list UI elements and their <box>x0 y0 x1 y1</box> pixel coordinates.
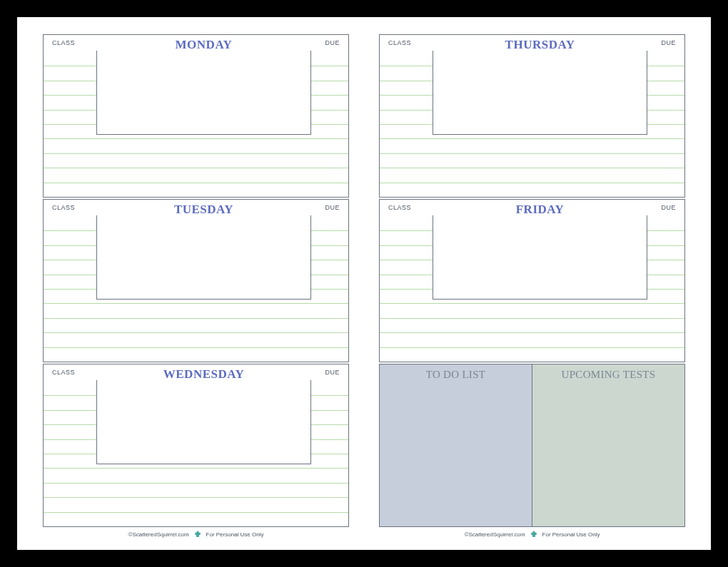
friday-block: CLASS FRIDAY DUE <box>379 199 685 362</box>
right-page: CLASS THURSDAY DUE CLASS FRIDAY DUE <box>379 34 685 538</box>
notes-box <box>96 380 311 464</box>
left-page: CLASS MONDAY DUE CLASS TUESDAY DUE <box>43 34 349 538</box>
due-label: DUE <box>311 38 340 46</box>
due-label: DUE <box>311 203 340 211</box>
thursday-block: CLASS THURSDAY DUE <box>379 34 685 198</box>
todo-title: TO DO LIST <box>380 364 532 385</box>
monday-block: CLASS MONDAY DUE <box>43 34 349 198</box>
day-title-tuesday: TUESDAY <box>96 203 311 217</box>
class-label: CLASS <box>388 203 433 211</box>
wednesday-block: CLASS WEDNESDAY DUE <box>43 364 349 527</box>
planner-spread: CLASS MONDAY DUE CLASS TUESDAY DUE <box>17 17 711 550</box>
footer-right: ©ScatteredSquirrel.com For Personal Use … <box>379 528 685 538</box>
class-label: CLASS <box>52 203 96 211</box>
notes-box <box>433 215 647 300</box>
class-label: CLASS <box>52 38 96 46</box>
class-label: CLASS <box>52 367 96 376</box>
day-title-wednesday: WEDNESDAY <box>96 367 311 382</box>
notes-box <box>433 51 647 135</box>
squirrel-icon <box>193 530 202 538</box>
day-title-monday: MONDAY <box>96 38 311 52</box>
copyright-text: ©ScatteredSquirrel.com <box>128 531 189 538</box>
due-label: DUE <box>647 38 676 46</box>
squirrel-icon <box>530 530 538 538</box>
day-title-thursday: THURSDAY <box>433 38 647 52</box>
tuesday-block: CLASS TUESDAY DUE <box>43 199 349 362</box>
class-label: CLASS <box>388 38 433 46</box>
tests-title: UPCOMING TESTS <box>532 364 684 385</box>
day-title-friday: FRIDAY <box>433 203 647 217</box>
todo-column: TO DO LIST <box>380 364 532 526</box>
due-label: DUE <box>311 367 340 376</box>
copyright-text: ©ScatteredSquirrel.com <box>465 531 525 538</box>
usage-note: For Personal Use Only <box>542 531 600 538</box>
notes-box <box>96 215 311 300</box>
footer-left: ©ScatteredSquirrel.com For Personal Use … <box>43 528 349 538</box>
tests-column: UPCOMING TESTS <box>532 364 684 526</box>
notes-box <box>96 51 311 135</box>
usage-note: For Personal Use Only <box>206 531 264 538</box>
due-label: DUE <box>647 203 676 211</box>
todo-tests-block: TO DO LIST UPCOMING TESTS <box>379 364 685 527</box>
